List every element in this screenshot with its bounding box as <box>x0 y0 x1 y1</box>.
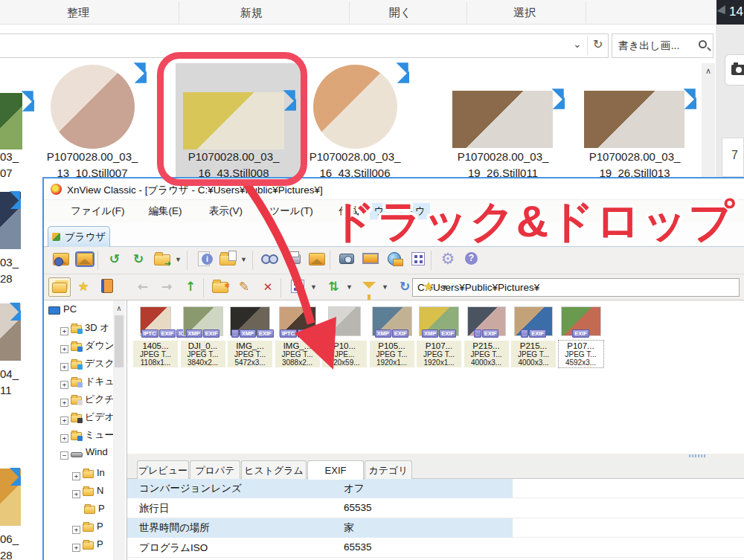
file-thumbnail[interactable] <box>328 306 361 336</box>
back-button[interactable] <box>132 277 154 297</box>
tree-item-ビデオ[interactable]: +ビデオ <box>60 411 115 425</box>
undo-button[interactable] <box>103 250 126 271</box>
file-thumbnail[interactable]: XMPEXIF <box>419 306 459 336</box>
dropdown-caret-icon[interactable]: ▼ <box>346 283 353 291</box>
expand-icon[interactable]: + <box>60 327 68 335</box>
file-cell[interactable]: _XMPEXIFIMG_...JPEG T...5472x3... <box>228 306 272 367</box>
menu-ファイル(F)[interactable]: ファイル(F) <box>66 203 129 219</box>
file-thumbnail[interactable]: IPTCEXIFICC <box>140 306 171 336</box>
expand-icon[interactable]: + <box>72 544 80 552</box>
splitter-grip[interactable] <box>689 454 705 457</box>
tab-ヒストグラム[interactable]: ヒストグラム <box>241 460 307 479</box>
tree-item-ピクチ[interactable]: +ピクチ <box>60 393 115 408</box>
photo-thumbnail[interactable] <box>51 65 135 149</box>
file-label[interactable]: 1405...JPEG T...1108x1... <box>133 341 178 367</box>
dropdown-caret-icon[interactable]: ▼ <box>310 283 317 291</box>
menu-編集(E)[interactable]: 編集(E) <box>144 203 187 219</box>
fullscreen-button[interactable] <box>74 250 96 271</box>
expand-icon[interactable]: + <box>72 472 80 480</box>
file-thumbnail[interactable]: IPTCEXIFGPS <box>279 306 316 336</box>
screen-button[interactable] <box>359 250 382 271</box>
file-label[interactable]: P10...JPE...720x59... <box>322 341 367 367</box>
file-cell[interactable]: P10...JPE...720x59... <box>322 306 367 367</box>
file-label[interactable]: P215...JPEG T...4000x3... <box>511 341 556 367</box>
newfolder-button[interactable] <box>209 277 231 297</box>
viewer-button[interactable] <box>50 250 72 271</box>
expand-icon[interactable]: + <box>60 381 68 389</box>
expand-icon[interactable]: + <box>60 434 68 442</box>
grid4-button[interactable] <box>286 277 309 297</box>
file-label[interactable]: P105...JPEG T...1920x1... <box>370 341 414 367</box>
tree-item-In[interactable]: +In <box>72 467 105 482</box>
file-label[interactable]: P107...JPEG T...4592x3... <box>559 341 603 367</box>
tree-item-PC[interactable]: PC <box>48 303 77 318</box>
expand-icon[interactable]: + <box>72 490 80 498</box>
tab-プロパティ[interactable]: プロパティ <box>190 460 240 479</box>
edit-button[interactable] <box>233 277 255 297</box>
tree-item-ミュー[interactable]: +ミュー <box>60 428 115 443</box>
file-cell[interactable]: _EXIFP215...JPEG T...4000x3... <box>464 306 509 367</box>
tree-item-N[interactable]: +N <box>72 485 103 500</box>
photo-thumbnail[interactable] <box>313 65 397 149</box>
help-button[interactable] <box>461 250 483 271</box>
info-button[interactable] <box>193 250 215 271</box>
tree-item-Wind[interactable]: −Wind <box>60 446 108 461</box>
file-label[interactable]: IMG_...JPEG T...5472x3... <box>228 341 272 367</box>
sort-button[interactable] <box>322 277 344 297</box>
tree-item-P[interactable]: +P <box>72 521 103 535</box>
scrollbar-thumb[interactable] <box>115 315 124 367</box>
xnview-address-bar[interactable]: C:¥Users¥Public¥Pictures¥ <box>412 278 740 297</box>
file-label[interactable]: P215...JPEG T...4000x3... <box>464 341 509 367</box>
file-thumbnail[interactable]: _XMPEXIF <box>230 306 270 336</box>
file-thumbnail[interactable]: _EXIF <box>467 306 506 336</box>
file-label[interactable]: DJI_0...JPEG T...3840x2... <box>181 341 225 367</box>
tab-カテゴリ[interactable]: カテゴリ <box>365 460 412 479</box>
redo-button[interactable] <box>127 250 150 271</box>
tab-browser[interactable]: ブラウザ <box>48 226 110 247</box>
tree-item-ダウン[interactable]: +ダウン <box>60 339 115 354</box>
tree-item-P[interactable]: +P <box>72 538 103 553</box>
menu-表示(V)[interactable]: 表示(V) <box>205 203 247 219</box>
dropdown-caret-icon[interactable]: ▼ <box>382 283 388 291</box>
grid4-button[interactable] <box>407 250 429 271</box>
tab-プレビュー[interactable]: プレビュー <box>137 460 189 479</box>
browse-button[interactable] <box>151 250 173 271</box>
dropdown-caret-icon[interactable]: ▼ <box>175 256 182 263</box>
file-cell[interactable]: XMPEXIFDJI_0...JPEG T...3840x2... <box>181 306 225 367</box>
tree-item-P[interactable]: P <box>72 503 105 518</box>
folders-button[interactable] <box>48 277 71 297</box>
capture-button[interactable] <box>336 250 358 271</box>
file-thumbnail[interactable]: XMPEXIF <box>372 306 412 336</box>
file-thumbnail[interactable]: _EXIF <box>514 306 553 336</box>
file-cell[interactable]: IPTCEXIFGPSIMG_...JPEG T...3088x2... <box>275 306 320 367</box>
pic-button[interactable] <box>306 250 328 271</box>
settings-button[interactable] <box>437 250 459 271</box>
web-button[interactable] <box>383 250 405 271</box>
dropdown-caret-icon[interactable]: ▼ <box>441 283 448 291</box>
file-cell[interactable]: _EXIFP215...JPEG T...4000x3... <box>511 306 556 367</box>
photo-thumbnail[interactable] <box>452 91 553 148</box>
file-cell[interactable]: XMPEXIFP107...JPEG T...1920x1... <box>417 306 461 367</box>
export-button[interactable] <box>217 250 239 271</box>
file-label[interactable]: IMG_...JPEG T...3088x2... <box>275 341 320 367</box>
refresh-button[interactable] <box>394 277 416 297</box>
search-button[interactable] <box>258 250 280 271</box>
filter-button[interactable] <box>358 277 380 297</box>
tree-item-3D オ[interactable]: +3D オ <box>60 321 110 336</box>
dropdown-caret-icon[interactable]: ▼ <box>240 256 247 263</box>
file-label[interactable]: P107...JPEG T...1920x1... <box>417 341 461 367</box>
expand-icon[interactable]: + <box>60 363 68 371</box>
tree-scrollbar[interactable]: ∧ <box>113 300 125 560</box>
expand-icon[interactable]: + <box>60 399 68 407</box>
collapse-icon[interactable]: − <box>60 451 68 460</box>
file-thumbnail[interactable]: XMPEXIF <box>183 306 223 336</box>
file-cell[interactable]: XMPEXIFP105...JPEG T...1920x1... <box>370 306 414 367</box>
del-button[interactable] <box>257 277 279 297</box>
scroll-up-icon[interactable]: ∧ <box>705 66 711 75</box>
scroll-up-icon[interactable]: ∧ <box>116 304 121 312</box>
tab-EXIF[interactable]: EXIF <box>307 460 364 480</box>
photo-thumbnail[interactable] <box>584 91 684 148</box>
print-button[interactable] <box>282 250 304 271</box>
camera-button[interactable] <box>725 54 744 86</box>
expand-icon[interactable]: + <box>60 416 68 425</box>
